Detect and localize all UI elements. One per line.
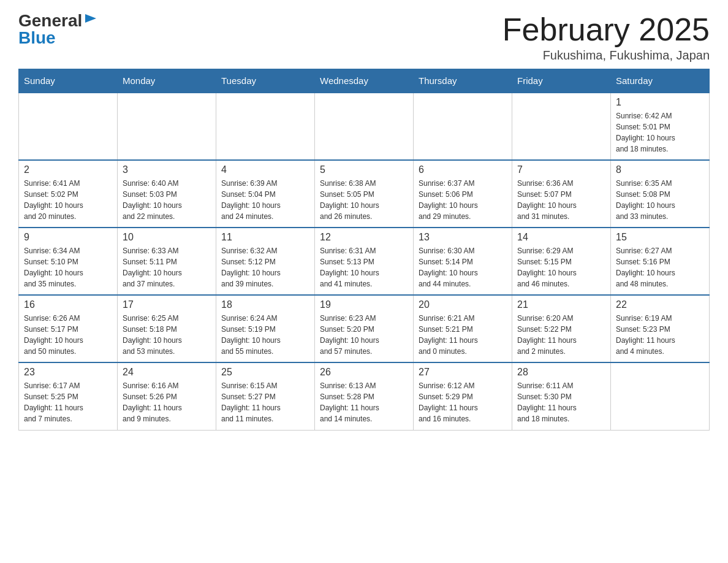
day-number: 21 — [517, 299, 605, 310]
day-info: Sunrise: 6:42 AMSunset: 5:01 PMDaylight:… — [616, 110, 704, 155]
day-info: Sunrise: 6:32 AMSunset: 5:12 PMDaylight:… — [221, 245, 309, 289]
calendar-cell — [216, 93, 315, 160]
day-info: Sunrise: 6:21 AMSunset: 5:21 PMDaylight:… — [419, 313, 507, 357]
day-number: 9 — [24, 232, 112, 243]
calendar-cell: 21Sunrise: 6:20 AMSunset: 5:22 PMDayligh… — [512, 295, 611, 362]
svg-marker-0 — [85, 14, 96, 23]
calendar-cell: 18Sunrise: 6:24 AMSunset: 5:19 PMDayligh… — [216, 295, 315, 362]
calendar-cell: 3Sunrise: 6:40 AMSunset: 5:03 PMDaylight… — [118, 160, 216, 228]
calendar-cell: 19Sunrise: 6:23 AMSunset: 5:20 PMDayligh… — [315, 295, 414, 362]
day-number: 6 — [419, 164, 507, 175]
calendar-cell: 28Sunrise: 6:11 AMSunset: 5:30 PMDayligh… — [512, 362, 611, 430]
day-info: Sunrise: 6:26 AMSunset: 5:17 PMDaylight:… — [24, 313, 112, 357]
col-saturday: Saturday — [611, 69, 710, 93]
calendar-cell: 4Sunrise: 6:39 AMSunset: 5:04 PMDaylight… — [216, 160, 315, 228]
page-header: General Blue February 2025 Fukushima, Fu… — [18, 12, 710, 63]
logo-general-text: General — [18, 12, 82, 29]
calendar-cell — [414, 93, 512, 160]
calendar-cell — [512, 93, 611, 160]
day-info: Sunrise: 6:17 AMSunset: 5:25 PMDaylight:… — [24, 380, 112, 424]
day-number: 3 — [123, 164, 211, 175]
calendar-table: Sunday Monday Tuesday Wednesday Thursday… — [18, 69, 710, 431]
day-number: 26 — [320, 367, 408, 378]
day-number: 13 — [419, 232, 507, 243]
day-number: 2 — [24, 164, 112, 175]
day-number: 8 — [616, 164, 704, 175]
day-number: 7 — [517, 164, 605, 175]
month-title: February 2025 — [502, 12, 710, 47]
calendar-cell: 2Sunrise: 6:41 AMSunset: 5:02 PMDaylight… — [19, 160, 118, 228]
calendar-week-row: 2Sunrise: 6:41 AMSunset: 5:02 PMDaylight… — [19, 160, 710, 228]
day-number: 16 — [24, 299, 112, 310]
calendar-cell: 5Sunrise: 6:38 AMSunset: 5:05 PMDaylight… — [315, 160, 414, 228]
calendar-cell: 16Sunrise: 6:26 AMSunset: 5:17 PMDayligh… — [19, 295, 118, 362]
calendar-cell: 14Sunrise: 6:29 AMSunset: 5:15 PMDayligh… — [512, 228, 611, 295]
calendar-header-row: Sunday Monday Tuesday Wednesday Thursday… — [19, 69, 710, 93]
day-number: 4 — [221, 164, 309, 175]
col-thursday: Thursday — [414, 69, 512, 93]
calendar-cell: 25Sunrise: 6:15 AMSunset: 5:27 PMDayligh… — [216, 362, 315, 430]
calendar-week-row: 23Sunrise: 6:17 AMSunset: 5:25 PMDayligh… — [19, 362, 710, 430]
day-info: Sunrise: 6:20 AMSunset: 5:22 PMDaylight:… — [517, 313, 605, 357]
day-number: 17 — [123, 299, 211, 310]
calendar-week-row: 16Sunrise: 6:26 AMSunset: 5:17 PMDayligh… — [19, 295, 710, 362]
logo[interactable]: General Blue — [18, 12, 97, 47]
day-info: Sunrise: 6:36 AMSunset: 5:07 PMDaylight:… — [517, 178, 605, 222]
day-info: Sunrise: 6:33 AMSunset: 5:11 PMDaylight:… — [123, 245, 211, 289]
title-section: February 2025 Fukushima, Fukushima, Japa… — [502, 12, 710, 63]
calendar-cell: 7Sunrise: 6:36 AMSunset: 5:07 PMDaylight… — [512, 160, 611, 228]
day-number: 25 — [221, 367, 309, 378]
calendar-cell — [611, 362, 710, 430]
location-subtitle: Fukushima, Fukushima, Japan — [502, 48, 710, 63]
calendar-cell — [315, 93, 414, 160]
calendar-week-row: 9Sunrise: 6:34 AMSunset: 5:10 PMDaylight… — [19, 228, 710, 295]
day-info: Sunrise: 6:38 AMSunset: 5:05 PMDaylight:… — [320, 178, 408, 222]
day-number: 1 — [616, 97, 704, 108]
calendar-cell: 6Sunrise: 6:37 AMSunset: 5:06 PMDaylight… — [414, 160, 512, 228]
day-number: 23 — [24, 367, 112, 378]
day-number: 28 — [517, 367, 605, 378]
day-info: Sunrise: 6:35 AMSunset: 5:08 PMDaylight:… — [616, 178, 704, 222]
day-number: 20 — [419, 299, 507, 310]
day-number: 18 — [221, 299, 309, 310]
day-info: Sunrise: 6:11 AMSunset: 5:30 PMDaylight:… — [517, 380, 605, 424]
calendar-cell: 22Sunrise: 6:19 AMSunset: 5:23 PMDayligh… — [611, 295, 710, 362]
day-number: 27 — [419, 367, 507, 378]
calendar-cell: 17Sunrise: 6:25 AMSunset: 5:18 PMDayligh… — [118, 295, 216, 362]
day-info: Sunrise: 6:16 AMSunset: 5:26 PMDaylight:… — [123, 380, 211, 424]
col-monday: Monday — [118, 69, 216, 93]
day-number: 10 — [123, 232, 211, 243]
day-info: Sunrise: 6:15 AMSunset: 5:27 PMDaylight:… — [221, 380, 309, 424]
day-info: Sunrise: 6:34 AMSunset: 5:10 PMDaylight:… — [24, 245, 112, 289]
day-info: Sunrise: 6:19 AMSunset: 5:23 PMDaylight:… — [616, 313, 704, 357]
day-number: 15 — [616, 232, 704, 243]
calendar-cell: 13Sunrise: 6:30 AMSunset: 5:14 PMDayligh… — [414, 228, 512, 295]
col-tuesday: Tuesday — [216, 69, 315, 93]
calendar-cell — [118, 93, 216, 160]
day-number: 11 — [221, 232, 309, 243]
day-number: 19 — [320, 299, 408, 310]
day-info: Sunrise: 6:39 AMSunset: 5:04 PMDaylight:… — [221, 178, 309, 222]
day-info: Sunrise: 6:13 AMSunset: 5:28 PMDaylight:… — [320, 380, 408, 424]
calendar-cell: 26Sunrise: 6:13 AMSunset: 5:28 PMDayligh… — [315, 362, 414, 430]
calendar-cell — [19, 93, 118, 160]
calendar-cell: 10Sunrise: 6:33 AMSunset: 5:11 PMDayligh… — [118, 228, 216, 295]
logo-blue-text: Blue — [18, 29, 56, 47]
calendar-cell: 23Sunrise: 6:17 AMSunset: 5:25 PMDayligh… — [19, 362, 118, 430]
day-number: 5 — [320, 164, 408, 175]
day-info: Sunrise: 6:41 AMSunset: 5:02 PMDaylight:… — [24, 178, 112, 222]
day-number: 22 — [616, 299, 704, 310]
day-info: Sunrise: 6:31 AMSunset: 5:13 PMDaylight:… — [320, 245, 408, 289]
calendar-cell: 20Sunrise: 6:21 AMSunset: 5:21 PMDayligh… — [414, 295, 512, 362]
calendar-cell: 15Sunrise: 6:27 AMSunset: 5:16 PMDayligh… — [611, 228, 710, 295]
calendar-cell: 27Sunrise: 6:12 AMSunset: 5:29 PMDayligh… — [414, 362, 512, 430]
day-number: 14 — [517, 232, 605, 243]
calendar-cell: 12Sunrise: 6:31 AMSunset: 5:13 PMDayligh… — [315, 228, 414, 295]
logo-arrow-icon — [84, 12, 97, 25]
day-info: Sunrise: 6:23 AMSunset: 5:20 PMDaylight:… — [320, 313, 408, 357]
day-info: Sunrise: 6:24 AMSunset: 5:19 PMDaylight:… — [221, 313, 309, 357]
calendar-cell: 8Sunrise: 6:35 AMSunset: 5:08 PMDaylight… — [611, 160, 710, 228]
day-info: Sunrise: 6:30 AMSunset: 5:14 PMDaylight:… — [419, 245, 507, 289]
col-wednesday: Wednesday — [315, 69, 414, 93]
day-info: Sunrise: 6:25 AMSunset: 5:18 PMDaylight:… — [123, 313, 211, 357]
